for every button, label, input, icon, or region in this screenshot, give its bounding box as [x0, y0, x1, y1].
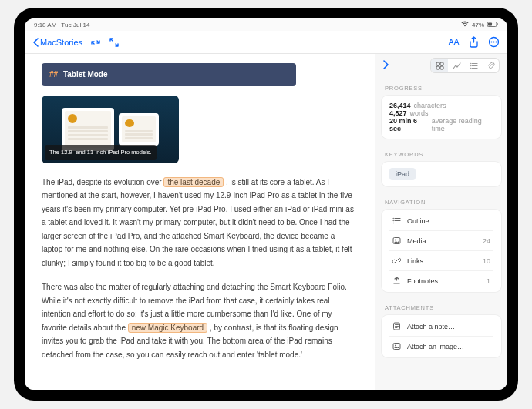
expand-icon[interactable] — [109, 37, 120, 48]
share-icon[interactable] — [469, 36, 479, 48]
paragraph[interactable]: There was also the matter of regularly a… — [42, 280, 358, 361]
navigation-card: Outline Media 24 Links 10 Footnotes — [382, 210, 501, 292]
section-label-keywords: KEYWORDS — [375, 143, 507, 162]
image-icon — [392, 342, 401, 350]
link-icon — [392, 256, 401, 265]
attachments-card: Attach a note… Attach an image… — [382, 315, 501, 357]
highlight-link[interactable]: new Magic Keyboard — [128, 323, 207, 333]
outline-icon — [392, 216, 401, 225]
collapse-icon[interactable] — [90, 37, 101, 48]
media-icon — [392, 236, 401, 245]
svg-point-11 — [470, 62, 471, 64]
battery-icon — [487, 22, 498, 28]
svg-point-21 — [395, 345, 396, 347]
figure[interactable]: The 12.9- and 11-inch iPad Pro models. — [42, 96, 179, 163]
seg-stats-icon[interactable] — [448, 59, 465, 72]
seg-attach-icon[interactable] — [482, 59, 499, 72]
svg-rect-7 — [436, 62, 439, 65]
nav-media[interactable]: Media 24 — [389, 231, 493, 251]
inspector-mode-toggle[interactable] — [430, 58, 500, 73]
text-appearance-button[interactable]: AA — [449, 38, 460, 46]
svg-point-5 — [493, 42, 495, 43]
note-icon — [392, 322, 401, 330]
links-count: 10 — [483, 257, 490, 265]
progress-card: 26,414characters 4,827words 20 min 6 sec… — [382, 96, 501, 139]
inspector-collapse-icon[interactable] — [383, 60, 389, 71]
svg-point-18 — [395, 240, 396, 241]
wifi-icon — [461, 21, 469, 28]
svg-rect-2 — [497, 23, 497, 25]
footnote-icon — [392, 277, 401, 285]
attach-note-button[interactable]: Attach a note… — [389, 317, 493, 337]
svg-point-4 — [491, 42, 493, 43]
ipad-frame: 9:18 AM Tue Jul 14 47% MacStories — [14, 8, 518, 401]
status-bar: 9:18 AM Tue Jul 14 47% — [25, 18, 507, 31]
back-button[interactable]: MacStories — [32, 38, 82, 47]
status-battery: 47% — [472, 22, 484, 28]
footnotes-count: 1 — [487, 277, 490, 285]
back-label: MacStories — [40, 38, 82, 47]
paragraph[interactable]: The iPad, despite its evolution over the… — [42, 176, 358, 270]
attach-image-button[interactable]: Attach an image… — [389, 337, 493, 356]
status-time: 9:18 AM — [34, 22, 56, 28]
char-count: 26,414 — [389, 102, 411, 109]
nav-links[interactable]: Links 10 — [389, 251, 493, 271]
editor-area[interactable]: ## Tablet Mode The 12.9- and 11-inch iPa… — [25, 54, 375, 390]
svg-rect-9 — [436, 66, 439, 69]
word-count: 4,827 — [389, 109, 407, 117]
seg-list-icon[interactable] — [465, 59, 482, 72]
toolbar: MacStories AA — [25, 31, 507, 54]
screen: 9:18 AM Tue Jul 14 47% MacStories — [25, 18, 507, 390]
inspector-panel: PROGRESS 26,414characters 4,827words 20 … — [375, 54, 507, 390]
svg-rect-10 — [440, 66, 443, 69]
section-label-progress: PROGRESS — [375, 77, 507, 96]
read-time: 20 min 6 sec — [389, 117, 429, 132]
nav-outline[interactable]: Outline — [389, 211, 493, 231]
keyword-tag[interactable]: iPad — [389, 168, 416, 180]
svg-point-13 — [470, 67, 471, 69]
svg-point-12 — [470, 65, 471, 66]
svg-point-15 — [393, 220, 394, 221]
svg-rect-1 — [488, 22, 492, 25]
keywords-card: iPad — [382, 162, 501, 186]
section-heading[interactable]: ## Tablet Mode — [42, 63, 296, 86]
seg-dashboard-icon[interactable] — [431, 59, 448, 72]
status-date: Tue Jul 14 — [61, 22, 89, 28]
section-label-navigation: NAVIGATION — [375, 191, 507, 210]
highlight-link[interactable]: the last decade — [163, 177, 224, 187]
svg-rect-8 — [440, 62, 443, 65]
heading-text: Tablet Mode — [63, 70, 108, 79]
heading-marker: ## — [49, 70, 58, 79]
scroll-fade — [25, 365, 375, 390]
more-icon[interactable] — [488, 36, 500, 48]
svg-point-6 — [496, 42, 497, 43]
figure-caption: The 12.9- and 11-inch iPad Pro models. — [45, 145, 157, 159]
svg-point-14 — [393, 218, 394, 219]
svg-point-16 — [393, 223, 394, 223]
section-label-attachments: ATTACHMENTS — [375, 297, 507, 315]
nav-footnotes[interactable]: Footnotes 1 — [389, 271, 493, 290]
media-count: 24 — [483, 237, 490, 245]
